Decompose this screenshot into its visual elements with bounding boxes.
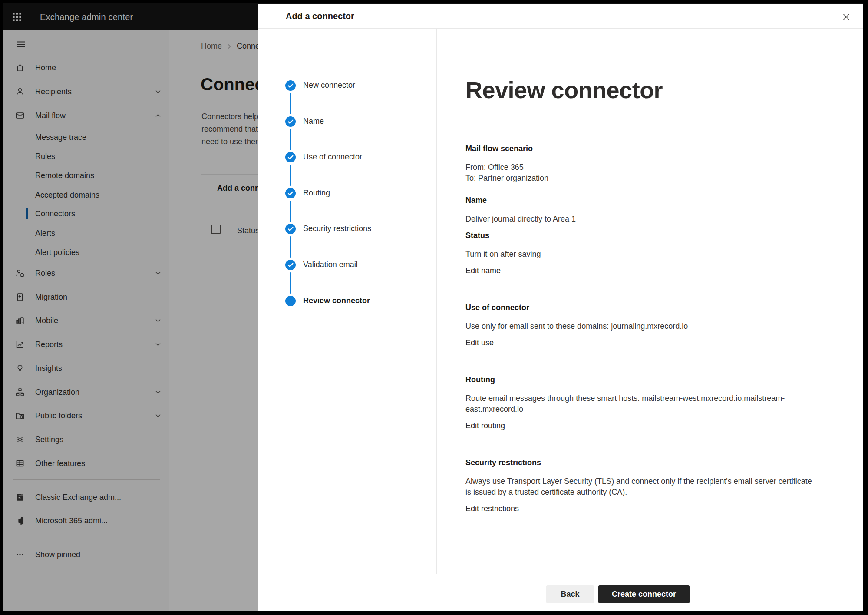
sidebar-item-label: Message trace (35, 133, 86, 142)
step-completed-check-icon (285, 116, 296, 127)
migration-icon (15, 292, 25, 302)
sidebar-item-roles[interactable]: Roles (3, 264, 169, 283)
review-section-heading: Use of connector (465, 302, 816, 313)
review-section-heading: Routing (465, 374, 816, 385)
sidebar-divider (13, 479, 160, 480)
sidebar-item-organization[interactable]: Organization (3, 383, 169, 402)
chevron-down-icon (154, 388, 162, 397)
sidebar-item-mobile[interactable]: Mobile (3, 311, 169, 330)
step-connector-line (290, 236, 291, 258)
chevron-down-icon (154, 269, 162, 278)
edit-routing-link[interactable]: Edit routing (465, 420, 505, 431)
wizard-step-security-restrictions[interactable]: Security restrictions (258, 219, 436, 238)
sidebar-item-show-pinned[interactable]: Show pinned (3, 545, 169, 564)
home-icon (15, 63, 25, 73)
review-section-heading: Name (465, 195, 816, 206)
sidebar-item-public-folders[interactable]: Public folders (3, 406, 169, 425)
sidebar-item-accepted-domains[interactable]: Accepted domains (3, 185, 169, 205)
sidebar-item-connectors[interactable]: Connectors (3, 204, 169, 223)
edit-use-link[interactable]: Edit use (465, 337, 494, 348)
sidebar-item-label: Mail flow (35, 111, 66, 120)
nav-collapse-button[interactable] (12, 36, 30, 52)
sidebar-item-home[interactable]: Home (3, 58, 169, 77)
review-section-status: Status Turn it on after saving Edit name (465, 230, 816, 284)
sidebar-item-classic-exchange-adm[interactable]: Classic Exchange adm... (3, 488, 169, 507)
sidebar-item-rules[interactable]: Rules (3, 147, 169, 166)
select-all-checkbox[interactable] (211, 225, 221, 234)
step-completed-check-icon (285, 80, 296, 91)
step-completed-check-icon (285, 188, 296, 199)
sidebar-item-label: Insights (35, 364, 62, 373)
app-launcher-button[interactable] (3, 3, 30, 30)
mobile-icon (15, 315, 25, 326)
wizard-stepper: New connector Name Use of connector Rout… (258, 29, 436, 574)
wizard-footer: Back Create connector (258, 574, 863, 611)
sidebar-item-migration[interactable]: Migration (3, 288, 169, 307)
selected-indicator (26, 208, 28, 219)
sidebar-item-label: Show pinned (35, 550, 80, 559)
review-section-heading: Security restrictions (465, 457, 816, 468)
screenshot-root: Exchange admin center Home Recipients Ma… (0, 0, 868, 615)
sidebar-item-message-trace[interactable]: Message trace (3, 128, 169, 147)
wizard-title: Add a connector (286, 11, 354, 21)
back-button[interactable]: Back (546, 585, 594, 603)
left-nav: Home Recipients Mail flow Message trace … (3, 30, 169, 611)
review-section-body: Deliver journal directly to Area 1 (465, 214, 816, 225)
sidebar-item-remote-domains[interactable]: Remote domains (3, 166, 169, 185)
review-section-name: Name Deliver journal directly to Area 1 (465, 195, 816, 225)
sidebar-item-recipients[interactable]: Recipients (3, 82, 169, 101)
sidebar-item-label: Rules (35, 152, 55, 161)
close-button[interactable] (840, 10, 853, 23)
review-heading: Review connector (465, 76, 663, 103)
create-connector-button[interactable]: Create connector (598, 585, 690, 603)
wizard-step-routing[interactable]: Routing (258, 184, 436, 203)
app-title: Exchange admin center (40, 12, 133, 22)
sidebar-item-label: Alert policies (35, 248, 79, 257)
sidebar-item-other-features[interactable]: Other features (3, 454, 169, 473)
wizard-step-name[interactable]: Name (258, 112, 436, 131)
sidebar-item-insights[interactable]: Insights (3, 359, 169, 378)
mail-icon (15, 110, 25, 121)
sidebar-item-label: Home (35, 63, 56, 73)
person-icon (15, 86, 25, 97)
sidebar-item-mail-flow[interactable]: Mail flow (3, 106, 169, 125)
sidebar-item-label: Alerts (35, 229, 55, 238)
sidebar-item-label: Recipients (35, 87, 72, 96)
wizard-step-new-connector[interactable]: New connector (258, 76, 436, 95)
wizard-step-validation-email[interactable]: Validation email (258, 255, 436, 274)
review-section-heading: Mail flow scenario (465, 143, 816, 154)
wizard-step-review-connector[interactable]: Review connector (258, 291, 436, 311)
step-connector-line (290, 165, 291, 186)
sidebar-item-settings[interactable]: Settings (3, 430, 169, 449)
step-connector-line (290, 93, 291, 114)
sidebar-item-label: Migration (35, 293, 67, 302)
hamburger-icon (16, 39, 26, 50)
more-icon (15, 549, 25, 560)
sidebar-item-label: Other features (35, 459, 85, 468)
sidebar-item-reports[interactable]: Reports (3, 335, 169, 354)
wizard-step-use-of-connector[interactable]: Use of connector (258, 148, 436, 167)
reports-icon (15, 339, 25, 350)
sidebar-item-alerts[interactable]: Alerts (3, 224, 169, 243)
status-column-header[interactable]: Status (237, 226, 259, 235)
sidebar-item-label: Mobile (35, 316, 58, 325)
edit-name-link[interactable]: Edit name (465, 265, 501, 276)
sidebar-item-label: Roles (35, 269, 55, 278)
review-section-body: From: Office 365 To: Partner organizatio… (465, 162, 816, 184)
step-connector-line (290, 201, 291, 222)
sidebar-item-microsoft-365-admi[interactable]: Microsoft 365 admi... (3, 511, 169, 530)
edit-restrictions-link[interactable]: Edit restrictions (465, 503, 519, 514)
review-section-routing: Routing Route email messages through the… (465, 374, 816, 439)
sidebar-item-label: Connectors (35, 209, 75, 218)
step-completed-check-icon (285, 152, 296, 163)
sidebar-item-alert-policies[interactable]: Alert policies (3, 243, 169, 262)
step-current-icon (285, 295, 296, 307)
other-features-icon (15, 458, 25, 469)
step-label: Review connector (303, 296, 370, 305)
step-connector-line (290, 129, 291, 150)
divider (436, 29, 437, 574)
review-section-mail-flow-scenario: Mail flow scenario From: Office 365 To: … (465, 143, 816, 184)
review-section-use-of-connector: Use of connector Use only for email sent… (465, 302, 816, 356)
breadcrumb-home-link[interactable]: Home (201, 42, 222, 51)
step-label: Validation email (303, 260, 358, 269)
